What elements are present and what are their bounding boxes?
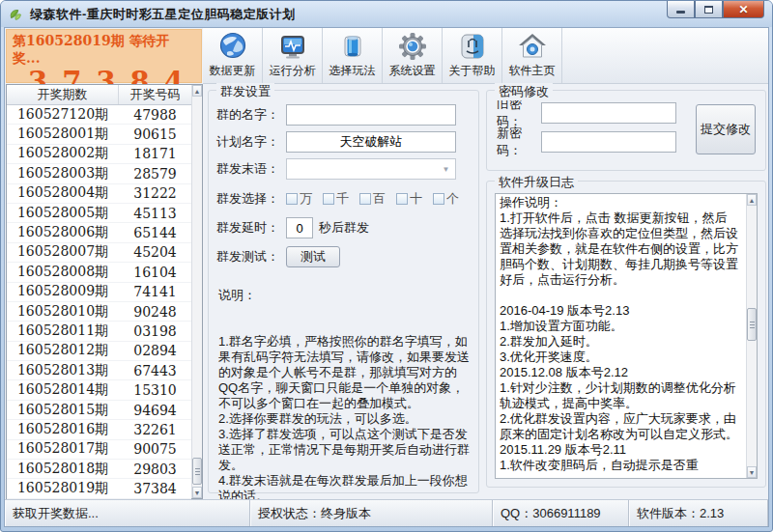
row-period: 160528012期 — [7, 342, 119, 360]
window-body: 第160528019期 等待开奖... 3 7 3 8 4 — [4, 27, 769, 527]
row-period: 160528013期 — [7, 361, 119, 379]
maximize-button[interactable] — [695, 1, 723, 18]
thumb-grip-icon — [750, 322, 755, 328]
checkbox-ge[interactable]: 个 — [433, 190, 459, 208]
current-draw-panel: 第160528019期 等待开奖... 3 7 3 8 4 — [6, 29, 202, 83]
table-row[interactable]: 160527120期 47988 — [7, 105, 191, 125]
row-period: 160528009期 — [7, 283, 119, 301]
row-number: 90075 — [119, 440, 191, 459]
row-number: 16104 — [119, 263, 191, 281]
table-row[interactable]: 160528015期 94694 — [7, 401, 191, 420]
choose-play-button[interactable]: 选择玩法 — [323, 28, 383, 83]
table-row[interactable]: 160528013期 67443 — [7, 361, 191, 380]
results-table-scrollbar[interactable]: ▲ ▼ — [191, 85, 202, 498]
old-password-input[interactable] — [541, 102, 676, 124]
software-home-button[interactable]: 软件主页 — [502, 28, 562, 83]
analysis-monitor-icon — [277, 31, 308, 62]
send-suffix-label: 群发末语： — [216, 160, 286, 178]
group-send-panel: 群发设置 群的名字： 计划名字： 群发末语： ▼ 群发 — [208, 90, 479, 493]
table-row[interactable]: 160528001期 90615 — [7, 125, 191, 144]
group-send-title: 群发设置 — [216, 83, 274, 100]
table-row[interactable]: 160528010期 90248 — [7, 302, 191, 322]
about-help-button[interactable]: 关于帮助 — [443, 28, 502, 83]
run-analysis-button[interactable]: 运行分析 — [263, 28, 323, 83]
row-number: 18171 — [119, 145, 191, 163]
window-title: 绿森软件-重庆时时彩五星定位胆码稳定版计划 — [30, 6, 296, 23]
gear-icon — [397, 31, 428, 62]
checkbox-label: 千 — [336, 190, 349, 208]
password-panel-title: 密码修改 — [495, 83, 553, 100]
checkbox-shi[interactable]: 十 — [396, 190, 422, 208]
upgrade-log-panel: 软件升级日志 操作说明： 1.打开软件后，点击 数据更新按钮，然后 选择玩法找到… — [486, 181, 766, 488]
new-password-label: 新密码： — [497, 125, 541, 159]
row-number: 37384 — [119, 479, 191, 497]
about-face-icon — [457, 31, 488, 62]
chevron-down-icon[interactable]: ▼ — [439, 162, 453, 176]
group-name-input[interactable] — [286, 104, 456, 126]
row-period: 160528014期 — [7, 380, 119, 399]
table-row[interactable]: 160528003期 28579 — [7, 164, 191, 183]
checkbox-bai[interactable]: 百 — [359, 190, 386, 208]
table-row[interactable]: 160528004期 31222 — [7, 184, 191, 204]
delay-seconds-input[interactable] — [286, 217, 313, 238]
plan-name-input[interactable] — [286, 131, 456, 153]
row-period: 160528004期 — [7, 184, 119, 203]
instructions-text: 1.群名字必填，严格按照你的群名字填写，如果有乱码字符无法填写，请修改，如果要发… — [218, 334, 471, 504]
submit-change-button[interactable]: 提交修改 — [696, 104, 756, 154]
system-settings-button[interactable]: 系统设置 — [383, 28, 443, 83]
toolbar-label: 选择玩法 — [329, 63, 376, 79]
row-number: 29803 — [119, 460, 191, 478]
toolbar-label: 关于帮助 — [449, 63, 496, 79]
column-header-number[interactable]: 开奖号码 — [119, 85, 191, 104]
toolbar: 数据更新 运行分析 — [203, 28, 768, 84]
table-row[interactable]: 160528016期 32261 — [7, 420, 191, 439]
scrollbar-thumb[interactable] — [747, 308, 757, 341]
update-data-button[interactable]: 数据更新 — [203, 28, 263, 83]
table-row[interactable]: 160528019期 37384 — [7, 479, 191, 498]
upgrade-log-scrollbar[interactable]: ▲ ▼ — [746, 194, 757, 478]
table-row[interactable]: 160528007期 45204 — [7, 243, 191, 263]
row-number: 15310 — [119, 380, 191, 399]
table-row[interactable]: 160528008期 16104 — [7, 263, 191, 282]
row-period: 160528006期 — [7, 223, 119, 241]
row-number: 28579 — [119, 164, 191, 182]
minimize-icon — [676, 11, 685, 14]
table-row[interactable]: 160528018期 29803 — [7, 460, 191, 479]
scroll-down-icon[interactable]: ▼ — [747, 466, 757, 478]
send-select-label: 群发选择： — [216, 190, 286, 208]
toolbar-label: 运行分析 — [270, 63, 316, 79]
results-table-header: 开奖期数 开奖号码 — [7, 85, 191, 105]
toolbar-label: 数据更新 — [210, 63, 256, 79]
scroll-up-icon[interactable]: ▲ — [747, 194, 757, 206]
minimize-button[interactable] — [667, 1, 695, 18]
row-period: 160528019期 — [7, 479, 119, 497]
status-fetch-data: 获取开奖数据... — [5, 500, 250, 526]
table-row[interactable]: 160528011期 03198 — [7, 322, 191, 341]
table-row[interactable]: 160528017期 90075 — [7, 440, 191, 460]
upgrade-log-box[interactable]: 操作说明： 1.打开软件后，点击 数据更新按钮，然后 选择玩法找到你喜欢的定位但… — [495, 193, 758, 479]
row-number: 45113 — [119, 204, 191, 222]
checkbox-qian[interactable]: 千 — [323, 190, 349, 208]
table-row[interactable]: 160528002期 18171 — [7, 145, 191, 164]
row-number: 90615 — [119, 125, 191, 143]
scroll-down-icon[interactable]: ▼ — [192, 487, 202, 498]
send-delay-label: 群发延时： — [216, 219, 286, 237]
send-suffix-combobox[interactable]: ▼ — [286, 158, 456, 180]
checkbox-wan[interactable]: 万 — [286, 190, 312, 208]
status-version: 软件版本：2.13 — [629, 500, 768, 526]
scrollbar-thumb[interactable] — [192, 458, 202, 485]
maximize-icon — [704, 6, 713, 14]
scroll-up-icon[interactable]: ▲ — [192, 85, 202, 97]
close-button[interactable]: ✕ — [723, 1, 764, 18]
table-row[interactable]: 160528012期 02894 — [7, 342, 191, 361]
row-period: 160528018期 — [7, 460, 119, 478]
row-period: 160528011期 — [7, 322, 119, 340]
table-row[interactable]: 160528009期 74141 — [7, 283, 191, 302]
new-password-input[interactable] — [541, 131, 676, 153]
table-row[interactable]: 160528005期 45113 — [7, 204, 191, 223]
table-row[interactable]: 160528014期 15310 — [7, 380, 191, 400]
titlebar: 绿森软件-重庆时时彩五星定位胆码稳定版计划 ✕ — [1, 1, 772, 27]
table-row[interactable]: 160528006期 65144 — [7, 223, 191, 242]
column-header-period[interactable]: 开奖期数 — [7, 85, 119, 104]
instructions-block: 说明： 1.群名字必填，严格按照你的群名字填写，如果有乱码字符无法填写，请修改，… — [218, 257, 471, 532]
